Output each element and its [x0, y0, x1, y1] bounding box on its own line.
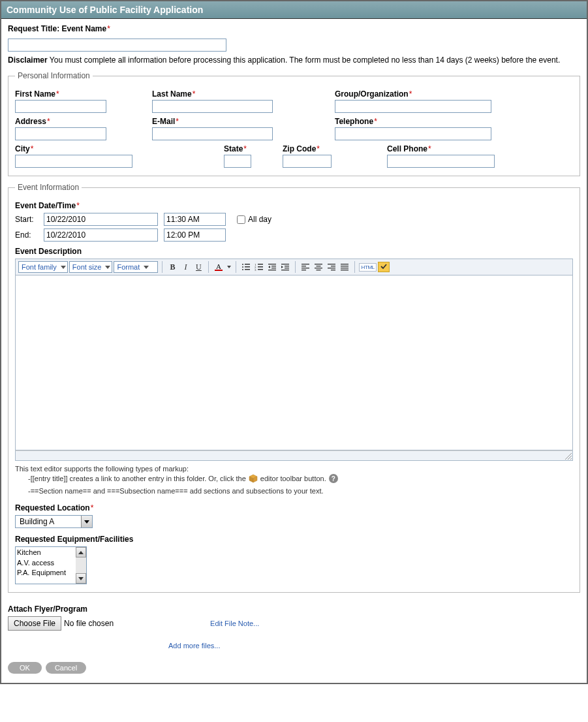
- add-more-files-link[interactable]: Add more files...: [168, 642, 220, 650]
- align-center-button[interactable]: [313, 261, 324, 273]
- list-item[interactable]: Kitchen: [17, 548, 74, 557]
- state-label: State: [224, 144, 243, 153]
- address-label: Address: [15, 117, 46, 126]
- editor-textarea[interactable]: [15, 275, 573, 450]
- chevron-down-icon[interactable]: [81, 516, 92, 527]
- editor-toolbar: Font family Font size Format B I U A 123: [15, 259, 573, 275]
- indent-button[interactable]: [279, 261, 291, 273]
- personal-info-fieldset: Personal Information First Name* Last Na…: [8, 71, 580, 176]
- resize-grip-icon[interactable]: [564, 452, 572, 460]
- svg-rect-19: [281, 264, 289, 264]
- requested-equipment-listbox[interactable]: Kitchen A.V. access P.A. Equipment: [15, 546, 87, 584]
- start-label: Start:: [15, 215, 41, 224]
- font-family-select[interactable]: Font family: [18, 261, 68, 273]
- first-name-label: First Name: [15, 89, 55, 99]
- markup-help-line2: -==Section name== and ===Subsection name…: [28, 485, 573, 497]
- svg-rect-5: [245, 266, 250, 268]
- svg-rect-34: [328, 268, 335, 268]
- numbered-list-button[interactable]: 123: [253, 261, 265, 273]
- svg-rect-14: [268, 264, 276, 264]
- cell-label: Cell Phone: [387, 144, 427, 153]
- svg-rect-16: [271, 266, 276, 266]
- svg-rect-1: [215, 270, 223, 271]
- svg-text:A: A: [216, 262, 221, 270]
- text-color-dropdown[interactable]: [226, 261, 232, 273]
- requested-location-select[interactable]: Building A: [15, 515, 93, 528]
- first-name-input[interactable]: [15, 100, 106, 113]
- align-left-button[interactable]: [300, 261, 311, 273]
- listbox-scrollbar[interactable]: [76, 547, 86, 584]
- disclaimer-label: Disclaimer: [8, 55, 48, 65]
- requested-equipment-label: Requested Equipment/Facilities: [15, 535, 133, 544]
- scroll-down-icon[interactable]: [76, 573, 86, 584]
- choose-file-button[interactable]: Choose File: [8, 616, 61, 631]
- scroll-track[interactable]: [76, 557, 86, 573]
- request-title-input[interactable]: [8, 39, 226, 52]
- all-day-label: All day: [248, 215, 271, 224]
- last-name-label: Last Name: [152, 89, 192, 99]
- align-justify-button[interactable]: [339, 261, 350, 273]
- event-datetime-label: Event Date/Time: [15, 201, 76, 210]
- event-description-label: Event Description: [15, 247, 82, 256]
- markup-help-intro: This text editor supports the following …: [15, 465, 573, 473]
- svg-rect-23: [281, 270, 289, 270]
- requested-location-value: Building A: [16, 516, 81, 527]
- ok-button[interactable]: OK: [8, 662, 42, 674]
- email-input[interactable]: [152, 127, 273, 140]
- window-title: Community Use of Public Facility Applica…: [1, 1, 587, 19]
- svg-rect-35: [331, 270, 335, 270]
- end-time-input[interactable]: [164, 228, 226, 242]
- svg-rect-38: [341, 268, 348, 268]
- start-date-input[interactable]: [44, 213, 158, 226]
- underline-button[interactable]: U: [193, 261, 204, 273]
- cancel-button[interactable]: Cancel: [46, 662, 86, 674]
- list-item[interactable]: P.A. Equipment: [17, 568, 74, 578]
- format-select[interactable]: Format: [114, 261, 158, 273]
- svg-rect-27: [302, 270, 306, 270]
- text-color-button[interactable]: A: [213, 261, 224, 273]
- zip-input[interactable]: [283, 155, 332, 168]
- start-time-input[interactable]: [164, 213, 226, 226]
- bullet-list-button[interactable]: [240, 261, 252, 273]
- svg-rect-30: [315, 268, 322, 268]
- font-size-select[interactable]: Font size: [69, 261, 113, 273]
- bold-button[interactable]: B: [166, 261, 178, 273]
- address-input[interactable]: [15, 127, 106, 140]
- application-window: Community Use of Public Facility Applica…: [0, 0, 588, 684]
- disclaimer-text: You must complete all information before…: [50, 55, 560, 65]
- align-right-button[interactable]: [326, 261, 337, 273]
- svg-rect-39: [341, 270, 348, 270]
- scroll-up-icon[interactable]: [76, 547, 86, 557]
- svg-marker-20: [281, 266, 283, 268]
- svg-rect-24: [302, 264, 309, 264]
- requested-location-label: Requested Location: [15, 503, 90, 512]
- group-input[interactable]: [335, 100, 491, 113]
- city-label: City: [15, 144, 30, 153]
- cell-input[interactable]: [387, 155, 495, 168]
- spellcheck-button[interactable]: [378, 262, 390, 272]
- svg-line-42: [570, 458, 572, 460]
- svg-rect-7: [245, 269, 250, 270]
- help-icon[interactable]: ?: [329, 474, 338, 483]
- svg-rect-17: [271, 268, 276, 268]
- zip-label: Zip Code: [283, 144, 316, 153]
- outdent-button[interactable]: [266, 261, 278, 273]
- markup-help-line1b: editor toolbar button.: [260, 473, 326, 485]
- all-day-checkbox[interactable]: [237, 215, 245, 224]
- html-source-button[interactable]: HTML: [359, 263, 377, 272]
- state-input[interactable]: [224, 155, 251, 168]
- last-name-input[interactable]: [152, 100, 273, 113]
- list-item[interactable]: A.V. access: [17, 558, 74, 568]
- form-content: Request Title: Event Name* Disclaimer Yo…: [1, 19, 587, 683]
- svg-rect-18: [268, 270, 276, 270]
- svg-rect-28: [315, 264, 322, 264]
- city-input[interactable]: [15, 155, 132, 168]
- markup-help-line1a: -[[entry title]] creates a link to anoth…: [28, 473, 246, 485]
- svg-rect-37: [341, 266, 348, 266]
- end-date-input[interactable]: [44, 228, 158, 242]
- svg-marker-15: [268, 266, 270, 268]
- edit-file-note-link[interactable]: Edit File Note...: [210, 620, 259, 627]
- telephone-input[interactable]: [335, 127, 491, 140]
- italic-button[interactable]: I: [179, 261, 191, 273]
- svg-rect-21: [285, 266, 289, 266]
